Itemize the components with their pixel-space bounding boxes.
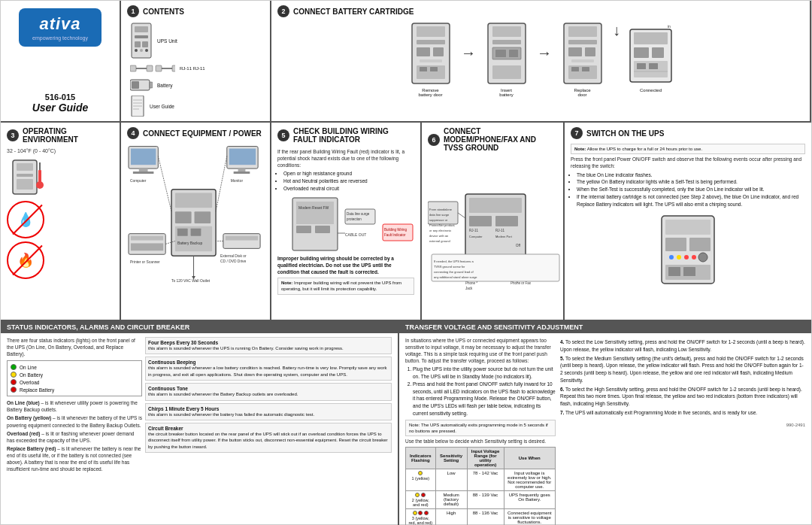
contents-panel: 1 CONTENTS UPS Unit: [121, 1, 271, 121]
section5-header: 5 CHECK BUILDING WIRING FAULT INDICATOR: [277, 127, 414, 144]
status-intro: There are four status indicators (lights…: [7, 337, 142, 357]
alarm-continuous-tone: Continuous Tone this alarm is sounded wh…: [145, 383, 392, 400]
model-number: 516-015: [32, 93, 89, 102]
section5-intro: If the rear panel Building Wiring Fault …: [277, 148, 414, 168]
status-left: There are four status indicators (lights…: [7, 337, 142, 524]
svg-point-145: [698, 253, 707, 262]
table-header-use: Use When: [504, 447, 555, 469]
svg-text:Off: Off: [516, 244, 521, 247]
section5-illustration: Modem Reset FW Data line surge protectio…: [277, 194, 414, 255]
note-text: Improper building wiring will not preven…: [281, 281, 401, 291]
svg-rect-59: [17, 179, 33, 190]
svg-text:Phone or Fax: Phone or Fax: [511, 281, 532, 285]
section4-number: 4: [127, 127, 139, 139]
row2-led-yellow: [415, 493, 420, 497]
svg-text:ProtectNet product;: ProtectNet product;: [429, 223, 455, 227]
svg-text:in: in: [668, 24, 671, 29]
battery-icon: [130, 77, 153, 93]
overload-led-icon: [11, 379, 17, 385]
svg-rect-69: [191, 229, 201, 236]
svg-point-141: [669, 255, 674, 259]
bottom-section: STATUS INDICATORS, ALARMS and CIRCUIT BR…: [1, 321, 811, 525]
svg-text:From standalone: From standalone: [429, 208, 453, 211]
svg-rect-53: [649, 63, 658, 69]
condition-2: Hot and Neutral polarities are reversed: [283, 178, 414, 185]
svg-rect-1: [135, 26, 148, 32]
section7-steps-intro: Press the front panel Power ON/OFF switc…: [571, 156, 805, 169]
svg-rect-112: [495, 216, 518, 226]
alarm-chirps-title: Chirps 1 Minute Every 5 Hours: [148, 406, 389, 411]
temp-ok-icon: [7, 156, 48, 198]
svg-rect-2: [135, 35, 148, 38]
transfer-inner: In situations where the UPS or connected…: [405, 337, 805, 525]
svg-line-76: [158, 156, 171, 211]
alarm-chirps-text: this alarm is sounded whenever the batte…: [148, 411, 389, 417]
env-icons: 32 - 104°F (0 - 40°C): [7, 148, 114, 279]
svg-rect-88: [223, 234, 260, 249]
section2-number: 2: [277, 5, 289, 17]
svg-text:any additional stand alone sur: any additional stand alone surge: [434, 275, 477, 279]
contents-items: UPS Unit RJ-11 RJ-11: [127, 22, 264, 117]
sensitivity-table: Indicators Flashing Sensitivity Setting …: [405, 447, 556, 526]
svg-rect-42: [585, 47, 595, 56]
led-overload: Overload: [11, 379, 138, 385]
alarm-circuit-breaker: Circuit Breaker the circuit breaker butt…: [145, 423, 392, 453]
section7-steps-list: The blue On Line indicator flashes. The …: [571, 171, 805, 208]
section4-title: CONNECT EQUIPMENT / POWER: [143, 129, 262, 138]
svg-text:or any electronic: or any electronic: [429, 229, 451, 232]
table-row2-indicator: 2 (yellow, and red): [406, 490, 436, 508]
onbattery-led-label: On Battery: [20, 372, 43, 378]
brand-name: ativa: [26, 14, 94, 34]
table-row1-use: Input voltage is extremely low or high. …: [504, 469, 555, 490]
led-panel: On Line On Battery Overload Replace: [7, 360, 142, 396]
svg-rect-66: [195, 211, 211, 223]
svg-text:TVSS ground screw for: TVSS ground screw for: [434, 265, 465, 269]
alarm-continuous-beeping: Continuous Beeping this alarm is sounded…: [145, 357, 392, 381]
led-replacebattery: Replace Battery: [11, 387, 138, 393]
row3-led-red2: [424, 511, 429, 515]
section3-title: OPERATING ENVIRONMENT: [23, 127, 114, 144]
section7-header: 7 SWITCH ON THE UPS: [571, 127, 805, 139]
onbattery-label: On Battery (yellow): [7, 415, 51, 420]
svg-text:protection: protection: [347, 217, 362, 221]
ups-switch-icon: [658, 212, 718, 287]
svg-rect-85: [131, 243, 163, 250]
part-number: 990-2491: [560, 423, 805, 427]
row2-led-red: [421, 493, 426, 497]
status-panel: STATUS INDICATORS, ALARMS and CIRCUIT BR…: [1, 321, 399, 525]
svg-rect-139: [665, 238, 686, 251]
no-liquid-icon: 💧: [7, 201, 44, 238]
svg-rect-84: [131, 236, 163, 241]
wiring-diagram: Modem Reset FW Data line surge protectio…: [277, 194, 417, 254]
equip-panel: 4 CONNECT EQUIPMENT / POWER Battery Back…: [121, 123, 271, 320]
guide-label: User Guide: [32, 102, 89, 114]
step7-3: When the Self-Test is successfully compl…: [577, 186, 805, 193]
svg-text:Phone: Phone: [465, 281, 476, 285]
svg-text:External Disk or: External Disk or: [220, 254, 247, 258]
rj11-label: RJ-11 RJ-11: [180, 66, 205, 71]
table-row2-use: UPS frequently goes On Battery.: [504, 490, 555, 508]
svg-text:device with an: device with an: [429, 234, 448, 238]
down-arrow: ↓: [613, 22, 620, 39]
svg-rect-138: [665, 220, 710, 235]
svg-rect-32: [492, 26, 521, 37]
svg-line-125: [458, 213, 465, 218]
svg-rect-41: [568, 47, 582, 56]
svg-rect-11: [156, 65, 162, 71]
table-row-1: 1 (yellow) Low 78 - 142 Vac Input voltag…: [406, 469, 556, 490]
battery-step-2: Insertbattery: [482, 22, 531, 97]
svg-text:CD / DVD Drive: CD / DVD Drive: [220, 259, 247, 263]
wiring-panel: 5 CHECK BUILDING WIRING FAULT INDICATOR …: [271, 123, 422, 320]
alarm-continuous-tone-title: Continuous Tone: [148, 386, 389, 391]
svg-rect-57: [17, 163, 33, 171]
svg-rect-58: [17, 174, 33, 177]
alarm-circuit-breaker-title: Circuit Breaker: [148, 426, 389, 431]
svg-text:Data line surge: Data line surge: [347, 212, 370, 216]
table-row-2: 2 (yellow, and red) Medium (factory defa…: [406, 490, 556, 508]
svg-rect-50: [652, 47, 664, 58]
no-heat-icon: 🔥: [7, 241, 44, 279]
transfer-right-col: 4. To select the Low Sensitivity setting…: [560, 337, 805, 525]
transfer-content: In situations where the UPS or connected…: [399, 333, 811, 525]
alarm-4beeps: Four Beeps Every 30 Seconds this alarm i…: [145, 337, 392, 354]
svg-rect-36: [509, 50, 518, 57]
